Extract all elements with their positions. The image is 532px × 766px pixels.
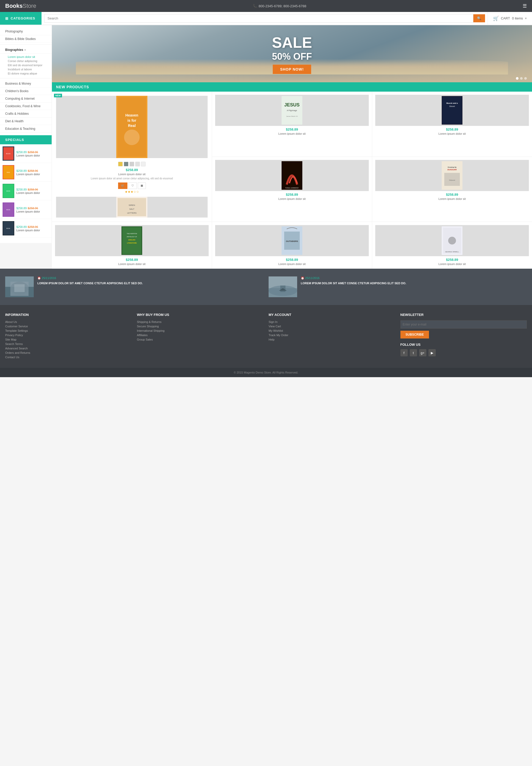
youtube-icon[interactable]: ▶ bbox=[428, 349, 436, 356]
sidebar-item-business[interactable]: Business & Money bbox=[0, 80, 52, 87]
special-price-new-1: $258.96 bbox=[28, 151, 38, 154]
featured-stars: ★★★☆☆ bbox=[125, 190, 139, 194]
sidebar-item-crafts[interactable]: Crafts & Hobbies bbox=[0, 110, 52, 118]
subscribe-button[interactable]: SUBSCRIBE bbox=[400, 331, 429, 338]
blog-card-2: ⏰ 25/11/2016 LOREM IPSUM DOLOR SIT AMET … bbox=[269, 276, 527, 297]
special-info-2: $258.89$258.96 Lorem ipsum dolor bbox=[16, 169, 49, 176]
search-input[interactable] bbox=[44, 14, 473, 23]
footer-link-search-terms[interactable]: Search Terms bbox=[5, 342, 132, 345]
footer-link-template-settings[interactable]: Template Settings bbox=[5, 329, 132, 332]
product-card-3: Muscle and a Shovel $258.89 Lorem ipsum … bbox=[372, 92, 532, 157]
menu-icon[interactable]: ☰ bbox=[523, 3, 527, 9]
product-name-8: Lorem ipsum dolor sit bbox=[438, 262, 466, 266]
google-plus-icon[interactable]: g+ bbox=[419, 349, 426, 356]
sidebar-item-childrens[interactable]: Children's Books bbox=[0, 87, 52, 95]
special-item-5[interactable]: BOOK $258.89$258.96 Lorem ipsum dolor bbox=[0, 219, 52, 238]
product-price-6: $258.89 bbox=[126, 258, 138, 262]
copyright-bar: © 2015 Magento Demo Store. All Rights Re… bbox=[0, 368, 532, 377]
newsletter-email-input[interactable] bbox=[400, 320, 527, 329]
product-card-5: Growing Up DUGGAR Hollywood $258.89 Lore… bbox=[372, 157, 532, 222]
footer-link-help[interactable]: Help bbox=[269, 338, 395, 341]
navbar: ⊞ CATEGORIES 🔍 🛒 CART 0 items ▾ bbox=[0, 12, 532, 25]
footer-link-advanced-search[interactable]: Advanced Search bbox=[5, 347, 132, 350]
footer-link-wishlist[interactable]: My Wishlist bbox=[269, 329, 395, 332]
footer-my-account: MY ACCOUNT Sign In View Cart My Wishlist… bbox=[269, 313, 395, 360]
special-name-3: Lorem ipsum dolor bbox=[16, 191, 49, 194]
wishlist-button[interactable]: ♡ bbox=[128, 182, 137, 189]
special-price-new-2: $258.96 bbox=[28, 169, 38, 172]
featured-name: Lorem ipsum dolor sit bbox=[118, 173, 145, 176]
categories-button[interactable]: ⊞ CATEGORIES bbox=[0, 12, 42, 25]
special-item-4[interactable]: BOOK $258.89$258.96 Lorem ipsum dolor bbox=[0, 200, 52, 219]
footer-link-shipping-returns[interactable]: Shipping & Returns bbox=[137, 320, 264, 323]
footer-link-about[interactable]: About Us bbox=[5, 320, 132, 323]
footer-link-signin[interactable]: Sign In bbox=[269, 320, 395, 323]
compare-button[interactable]: ⊞ bbox=[138, 182, 146, 189]
hero-dots bbox=[516, 77, 527, 80]
svg-text:LETTERS: LETTERS bbox=[127, 212, 137, 214]
svg-rect-31 bbox=[442, 97, 462, 124]
product-img-2: JESUS A Pilgrimage James Martin SJ bbox=[215, 95, 369, 126]
sidebar-item-education[interactable]: Education & Teaching bbox=[0, 125, 52, 133]
footer-link-sitemap[interactable]: Site Map bbox=[5, 338, 132, 341]
sidebar-item-bibles[interactable]: Bibles & Bible Studies bbox=[0, 35, 52, 43]
footer-link-orders-returns[interactable]: Orders and Returns bbox=[5, 351, 132, 354]
secondary-book-img: SIREN SALT LETTERS bbox=[56, 197, 208, 218]
color-swatch-4[interactable] bbox=[135, 162, 140, 166]
clock-icon-2: ⏰ bbox=[301, 276, 304, 280]
sidebar-sub-biographies: Lorem ipsum dolor sit Conse cletur adipi… bbox=[0, 54, 52, 77]
add-to-cart-button[interactable]: 🛒 bbox=[118, 182, 127, 189]
footer-link-affiliates[interactable]: Affiliates bbox=[137, 334, 264, 337]
new-products-header: NEW PRODUCTS bbox=[52, 82, 532, 92]
cart-area[interactable]: 🛒 CART 0 items ▾ bbox=[488, 12, 532, 25]
product-name-2: Lorem ipsum dolor sit bbox=[278, 132, 305, 135]
new-badge: NEW bbox=[54, 94, 62, 97]
site-logo[interactable]: BooksStore bbox=[5, 3, 36, 9]
hero-text: SALE 50% OFF SHOP NOW! bbox=[272, 34, 312, 74]
svg-text:is for: is for bbox=[127, 118, 137, 123]
footer-link-privacy[interactable]: Privacy Policy bbox=[5, 334, 132, 337]
svg-text:BOOK: BOOK bbox=[6, 190, 10, 192]
footer-link-contact[interactable]: Contact Us bbox=[5, 356, 132, 359]
sidebar-item-biographies[interactable]: Biographies ▾ bbox=[0, 46, 52, 54]
footer-link-track-order[interactable]: Track My Order bbox=[269, 334, 395, 337]
blog-date-2: ⏰ 25/11/2016 bbox=[301, 276, 527, 280]
color-swatch-1[interactable] bbox=[118, 162, 123, 166]
product-img-5: Growing Up DUGGAR Hollywood bbox=[375, 160, 529, 191]
hero-dot-2[interactable] bbox=[520, 77, 523, 80]
sidebar-item-computing[interactable]: Computing & Internet bbox=[0, 95, 52, 103]
footer-link-customer-service[interactable]: Customer Service bbox=[5, 325, 132, 328]
svg-text:A Pilgrimage: A Pilgrimage bbox=[287, 110, 297, 112]
special-item-2[interactable]: SALE $258.89$258.96 Lorem ipsum dolor bbox=[0, 163, 52, 182]
hero-off-text: 50% OFF bbox=[272, 51, 312, 62]
twitter-icon[interactable]: t bbox=[410, 349, 417, 356]
hero-banner: SALE 50% OFF SHOP NOW! bbox=[52, 25, 532, 82]
footer-link-international-shipping[interactable]: International Shipping bbox=[137, 329, 264, 332]
color-swatch-3[interactable] bbox=[129, 162, 134, 166]
sidebar-item-cookbooks[interactable]: Cookbooks, Food & Wine bbox=[0, 103, 52, 110]
footer-link-group-sales[interactable]: Group Sales bbox=[137, 338, 264, 341]
special-item-1[interactable]: BOOK $258.89$258.96 Lorem ipsum dolor bbox=[0, 144, 52, 163]
sidebar-item-diet[interactable]: Diet & Health bbox=[0, 118, 52, 125]
facebook-icon[interactable]: f bbox=[400, 349, 408, 356]
special-item-3[interactable]: BOOK $258.89$258.96 Lorem ipsum dolor bbox=[0, 182, 52, 200]
hero-dot-3[interactable] bbox=[524, 77, 527, 80]
footer-why-buy: WHY BUY FROM US Shipping & Returns Secur… bbox=[137, 313, 264, 360]
svg-text:SIREN: SIREN bbox=[129, 204, 135, 206]
product-card-8: GEORGE ORWELL $258.89 Lorem ipsum dolor … bbox=[372, 222, 532, 269]
phone-number: 📞 800-2345-6789; 800-2345-6788 bbox=[253, 4, 306, 8]
footer-newsletter: NEWSLETTER SUBSCRIBE FOLLOW US f t g+ ▶ bbox=[400, 313, 527, 360]
footer-link-secure-shopping[interactable]: Secure Shopping bbox=[137, 325, 264, 328]
sidebar-sub-link-1[interactable]: Lorem ipsum dolor sit bbox=[8, 55, 46, 59]
footer-link-view-cart[interactable]: View Cart bbox=[269, 325, 395, 328]
specials-header: SPECIALS bbox=[0, 135, 52, 144]
sidebar-item-photography[interactable]: Photography bbox=[0, 28, 52, 35]
logo-bold: Books bbox=[5, 3, 23, 9]
color-swatch-5[interactable] bbox=[141, 162, 146, 166]
hero-dot-1[interactable] bbox=[516, 77, 519, 80]
search-button[interactable]: 🔍 bbox=[473, 14, 485, 22]
shop-now-button[interactable]: SHOP NOW! bbox=[273, 65, 311, 74]
color-swatch-2[interactable] bbox=[124, 162, 128, 166]
special-price-old-1: $258.89 bbox=[16, 151, 27, 154]
special-price-new-5: $258.96 bbox=[28, 225, 38, 228]
